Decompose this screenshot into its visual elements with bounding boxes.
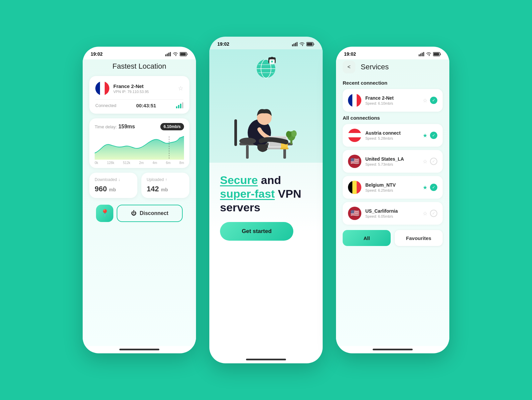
globe-icon	[254, 56, 278, 81]
status-bar-3: 19:02	[336, 47, 449, 59]
us-ca-speed: Speed: 6.05mb/s	[365, 214, 419, 218]
download-arrow: ↓	[118, 177, 120, 182]
svg-rect-9	[295, 43, 296, 46]
svg-rect-39	[420, 53, 421, 56]
signal-bars	[176, 102, 183, 108]
svg-rect-43	[434, 53, 439, 55]
tab-favourites[interactable]: Favourites	[395, 230, 443, 246]
connection-name: France 2-Net	[113, 83, 174, 89]
recent-service-name: France 2-Net	[365, 95, 419, 101]
chart-label-0k: 0k	[95, 161, 98, 165]
us-la-star[interactable]: ☆	[423, 158, 427, 165]
france-flag	[95, 81, 109, 95]
austria-info: Austria connect Speed: 5.28mb/s	[365, 130, 419, 140]
us-ca-star[interactable]: ☆	[423, 210, 427, 217]
hero-secure: Secure	[220, 174, 258, 186]
recent-service-info: France 2-Net Speed: 6.10mb/s	[365, 95, 419, 105]
status-icons-3	[419, 52, 441, 56]
uploaded-card: Uploaded ↑ 142 mb	[141, 173, 189, 198]
person-illustration	[229, 89, 303, 163]
connected-label: Connected	[95, 103, 116, 108]
austria-check[interactable]: ✓	[430, 132, 437, 139]
location-button[interactable]: 📍	[96, 205, 113, 222]
belgium-actions: ★ ✓	[423, 184, 437, 191]
us-ca-card: 🇺🇸 US_Carlifornia Speed: 6.05mb/s ☆ ✓	[343, 202, 443, 225]
phone-1: 19:02 Fastest Location France 2-Net VPN …	[83, 47, 196, 353]
svg-rect-23	[246, 145, 249, 159]
recent-service-actions: ☆ ✓	[423, 97, 437, 104]
svg-rect-1	[167, 53, 168, 56]
illustration-area	[209, 49, 323, 163]
disconnect-button[interactable]: ⏻ Disconnect	[117, 205, 183, 222]
signal-icon	[165, 52, 171, 56]
us-la-info: United States_LA Speed: 5.73mb/s	[365, 156, 419, 166]
uploaded-value: 142 mb	[147, 185, 184, 193]
svg-rect-41	[423, 52, 424, 56]
belgium-check[interactable]: ✓	[430, 184, 437, 191]
svg-rect-10	[297, 42, 298, 46]
chart-label-6m: 6m	[166, 161, 171, 165]
hero-superfast: super-fast	[220, 187, 275, 200]
phone-2: 19:02	[209, 37, 323, 363]
services-header: < Services	[343, 59, 443, 73]
recent-connection-label: Recent connection	[343, 80, 443, 86]
austria-flag	[348, 129, 361, 142]
svg-rect-32	[280, 148, 288, 149]
speed-chart	[95, 133, 184, 160]
chart-label-8m: 8m	[179, 161, 184, 165]
recent-service-speed: Speed: 6.10mb/s	[365, 101, 419, 105]
wifi-icon-3	[426, 52, 431, 56]
stats-row: Downloaded ↓ 960 mb Uploaded ↑ 142 mb	[89, 173, 189, 198]
us-ca-info: US_Carlifornia Speed: 6.05mb/s	[365, 208, 419, 218]
connection-time: 00:43:51	[136, 103, 156, 108]
signal-icon-3	[419, 52, 424, 56]
recent-star[interactable]: ☆	[423, 97, 427, 104]
austria-actions: ★ ✓	[423, 132, 437, 139]
back-button[interactable]: <	[343, 61, 355, 73]
recent-check[interactable]: ✓	[430, 97, 437, 104]
chart-label-4m: 4m	[152, 161, 157, 165]
svg-rect-21	[272, 61, 273, 63]
time-delay-value: 159ms	[118, 124, 135, 129]
connection-ip: VPN IP: 79.110.53.95	[113, 90, 174, 94]
time-delay-info: Time delay: 159ms	[95, 124, 135, 130]
austria-speed: Speed: 5.28mb/s	[365, 136, 419, 140]
phone-3-content: < Services Recent connection France 2-Ne…	[336, 59, 449, 346]
us-la-speed: Speed: 5.73mb/s	[365, 162, 419, 166]
battery-icon	[180, 52, 188, 56]
phone-3: 19:02 < Services Recent connection Franc…	[336, 47, 449, 353]
home-bar-2	[246, 359, 286, 360]
time-delay-label: Time delay:	[95, 124, 117, 129]
austria-card: Austria connect Speed: 5.28mb/s ★ ✓	[343, 124, 443, 147]
belgium-speed: Speed: 6.25mb/s	[365, 188, 419, 192]
austria-name: Austria connect	[365, 130, 419, 136]
downloaded-value: 960 mb	[95, 185, 132, 193]
svg-rect-8	[294, 43, 295, 46]
home-bar-3	[373, 349, 413, 350]
get-started-button[interactable]: Get started	[220, 222, 293, 241]
svg-rect-5	[180, 53, 186, 55]
svg-rect-25	[234, 119, 237, 146]
connection-card: France 2-Net VPN IP: 79.110.53.95 ☆ Conn…	[89, 76, 189, 114]
time-3: 19:02	[344, 51, 356, 57]
us-la-actions: ☆ ✓	[423, 158, 437, 165]
hero-text: Secure and super-fast VPN servers	[220, 173, 312, 214]
us-la-check[interactable]: ✓	[430, 158, 437, 165]
tab-all[interactable]: All	[343, 230, 391, 246]
svg-rect-40	[422, 53, 423, 56]
page-title-1: Fastest Location	[89, 59, 189, 71]
svg-rect-38	[419, 54, 420, 56]
us-la-card: 🇺🇸 United States_LA Speed: 5.73mb/s ☆ ✓	[343, 150, 443, 173]
us-ca-check[interactable]: ✓	[430, 210, 437, 217]
battery-icon-2	[306, 42, 315, 46]
speed-header: Time delay: 159ms 6.10mb/s	[95, 123, 184, 130]
text-area: Secure and super-fast VPN servers Get st…	[209, 163, 323, 356]
downloaded-card: Downloaded ↓ 960 mb	[89, 173, 137, 198]
austria-star[interactable]: ★	[423, 132, 427, 139]
speed-card: Time delay: 159ms 6.10mb/s	[89, 118, 189, 168]
us-ca-flag: 🇺🇸	[348, 207, 361, 220]
phone-1-content: Fastest Location France 2-Net VPN IP: 79…	[83, 59, 196, 346]
belgium-star[interactable]: ★	[423, 184, 427, 191]
favorite-star[interactable]: ☆	[178, 85, 183, 92]
bottom-tabs: All Favourites	[343, 230, 443, 246]
